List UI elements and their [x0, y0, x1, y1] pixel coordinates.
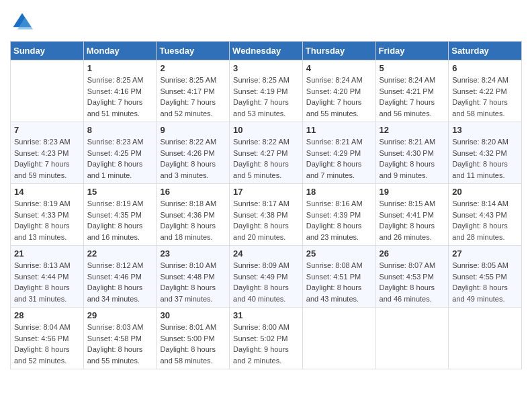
calendar-cell: 20Sunrise: 8:14 AM Sunset: 4:43 PM Dayli… — [449, 184, 522, 246]
day-number: 14 — [14, 187, 80, 197]
calendar-cell: 3Sunrise: 8:25 AM Sunset: 4:19 PM Daylig… — [230, 60, 303, 122]
day-info: Sunrise: 8:21 AM Sunset: 4:30 PM Dayligh… — [380, 136, 445, 181]
day-number: 21 — [14, 248, 80, 259]
calendar-week-row: 1Sunrise: 8:25 AM Sunset: 4:16 PM Daylig… — [11, 60, 522, 122]
day-number: 29 — [87, 310, 153, 320]
calendar-cell: 5Sunrise: 8:24 AM Sunset: 4:21 PM Daylig… — [375, 60, 449, 122]
day-info: Sunrise: 8:20 AM Sunset: 4:32 PM Dayligh… — [452, 136, 518, 181]
calendar-cell: 31Sunrise: 8:00 AM Sunset: 5:02 PM Dayli… — [230, 308, 303, 369]
calendar-cell: 29Sunrise: 8:03 AM Sunset: 4:58 PM Dayli… — [83, 308, 157, 369]
page-header — [10, 10, 522, 34]
day-number: 4 — [306, 63, 372, 73]
day-info: Sunrise: 8:21 AM Sunset: 4:29 PM Dayligh… — [306, 136, 372, 181]
day-info: Sunrise: 8:14 AM Sunset: 4:43 PM Dayligh… — [452, 198, 518, 242]
day-number: 23 — [160, 248, 226, 259]
day-number: 26 — [380, 248, 445, 259]
day-info: Sunrise: 8:09 AM Sunset: 4:49 PM Dayligh… — [233, 260, 299, 304]
day-number: 7 — [14, 125, 80, 135]
day-info: Sunrise: 8:25 AM Sunset: 4:17 PM Dayligh… — [160, 75, 226, 119]
day-number: 13 — [452, 125, 518, 135]
day-number: 10 — [233, 125, 299, 135]
day-info: Sunrise: 8:24 AM Sunset: 4:21 PM Dayligh… — [380, 75, 445, 119]
calendar-cell — [302, 308, 375, 369]
day-info: Sunrise: 8:22 AM Sunset: 4:27 PM Dayligh… — [233, 136, 299, 181]
day-number: 15 — [87, 187, 153, 197]
calendar-body: 1Sunrise: 8:25 AM Sunset: 4:16 PM Daylig… — [11, 60, 522, 369]
calendar-cell — [449, 308, 522, 369]
day-info: Sunrise: 8:19 AM Sunset: 4:35 PM Dayligh… — [87, 198, 153, 242]
day-of-week-header: Wednesday — [230, 42, 303, 60]
calendar-week-row: 21Sunrise: 8:13 AM Sunset: 4:44 PM Dayli… — [11, 246, 522, 308]
days-of-week-row: SundayMondayTuesdayWednesdayThursdayFrid… — [11, 42, 522, 60]
calendar-cell — [375, 308, 449, 369]
calendar-cell: 28Sunrise: 8:04 AM Sunset: 4:56 PM Dayli… — [11, 308, 84, 369]
day-info: Sunrise: 8:15 AM Sunset: 4:41 PM Dayligh… — [380, 198, 445, 242]
day-info: Sunrise: 8:18 AM Sunset: 4:36 PM Dayligh… — [160, 198, 226, 242]
calendar-cell: 30Sunrise: 8:01 AM Sunset: 5:00 PM Dayli… — [157, 308, 230, 369]
calendar-week-row: 7Sunrise: 8:23 AM Sunset: 4:23 PM Daylig… — [11, 122, 522, 184]
calendar-cell: 25Sunrise: 8:08 AM Sunset: 4:51 PM Dayli… — [302, 246, 375, 308]
day-info: Sunrise: 8:25 AM Sunset: 4:16 PM Dayligh… — [87, 75, 153, 119]
calendar-cell: 16Sunrise: 8:18 AM Sunset: 4:36 PM Dayli… — [157, 184, 230, 246]
day-info: Sunrise: 8:23 AM Sunset: 4:23 PM Dayligh… — [14, 136, 80, 181]
calendar-cell: 11Sunrise: 8:21 AM Sunset: 4:29 PM Dayli… — [302, 122, 375, 184]
calendar-cell: 24Sunrise: 8:09 AM Sunset: 4:49 PM Dayli… — [230, 246, 303, 308]
day-info: Sunrise: 8:16 AM Sunset: 4:39 PM Dayligh… — [306, 198, 372, 242]
calendar-cell: 7Sunrise: 8:23 AM Sunset: 4:23 PM Daylig… — [11, 122, 84, 184]
calendar-cell: 23Sunrise: 8:10 AM Sunset: 4:48 PM Dayli… — [157, 246, 230, 308]
day-number: 3 — [233, 63, 299, 73]
day-info: Sunrise: 8:10 AM Sunset: 4:48 PM Dayligh… — [160, 260, 226, 304]
day-number: 17 — [233, 187, 299, 197]
day-of-week-header: Thursday — [302, 42, 375, 60]
day-number: 27 — [452, 248, 518, 259]
day-number: 20 — [452, 187, 518, 197]
calendar-table: SundayMondayTuesdayWednesdayThursdayFrid… — [10, 41, 522, 369]
day-info: Sunrise: 8:00 AM Sunset: 5:02 PM Dayligh… — [233, 322, 299, 366]
day-number: 18 — [306, 187, 372, 197]
day-number: 6 — [452, 63, 518, 73]
day-of-week-header: Tuesday — [157, 42, 230, 60]
calendar-cell: 19Sunrise: 8:15 AM Sunset: 4:41 PM Dayli… — [375, 184, 449, 246]
day-info: Sunrise: 8:03 AM Sunset: 4:58 PM Dayligh… — [87, 322, 153, 366]
day-info: Sunrise: 8:24 AM Sunset: 4:20 PM Dayligh… — [306, 75, 372, 119]
calendar-cell: 27Sunrise: 8:05 AM Sunset: 4:55 PM Dayli… — [449, 246, 522, 308]
day-number: 31 — [233, 310, 299, 320]
day-number: 8 — [87, 125, 153, 135]
day-number: 2 — [160, 63, 226, 73]
day-number: 28 — [14, 310, 80, 320]
day-of-week-header: Monday — [83, 42, 157, 60]
day-info: Sunrise: 8:23 AM Sunset: 4:25 PM Dayligh… — [87, 136, 153, 181]
calendar-cell: 22Sunrise: 8:12 AM Sunset: 4:46 PM Dayli… — [83, 246, 157, 308]
calendar-cell: 26Sunrise: 8:07 AM Sunset: 4:53 PM Dayli… — [375, 246, 449, 308]
day-info: Sunrise: 8:13 AM Sunset: 4:44 PM Dayligh… — [14, 260, 80, 304]
day-of-week-header: Saturday — [449, 42, 522, 60]
day-of-week-header: Friday — [375, 42, 449, 60]
day-info: Sunrise: 8:01 AM Sunset: 5:00 PM Dayligh… — [160, 322, 226, 366]
day-info: Sunrise: 8:04 AM Sunset: 4:56 PM Dayligh… — [14, 322, 80, 366]
day-info: Sunrise: 8:22 AM Sunset: 4:26 PM Dayligh… — [160, 136, 226, 181]
day-number: 24 — [233, 248, 299, 259]
day-number: 19 — [380, 187, 445, 197]
day-info: Sunrise: 8:24 AM Sunset: 4:22 PM Dayligh… — [452, 75, 518, 119]
calendar-cell: 4Sunrise: 8:24 AM Sunset: 4:20 PM Daylig… — [302, 60, 375, 122]
calendar-cell — [11, 60, 84, 122]
day-number: 9 — [160, 125, 226, 135]
logo-icon — [10, 10, 34, 34]
day-number: 25 — [306, 248, 372, 259]
calendar-cell: 6Sunrise: 8:24 AM Sunset: 4:22 PM Daylig… — [449, 60, 522, 122]
calendar-cell: 18Sunrise: 8:16 AM Sunset: 4:39 PM Dayli… — [302, 184, 375, 246]
calendar-cell: 2Sunrise: 8:25 AM Sunset: 4:17 PM Daylig… — [157, 60, 230, 122]
day-info: Sunrise: 8:19 AM Sunset: 4:33 PM Dayligh… — [14, 198, 80, 242]
day-info: Sunrise: 8:25 AM Sunset: 4:19 PM Dayligh… — [233, 75, 299, 119]
day-number: 1 — [87, 63, 153, 73]
day-info: Sunrise: 8:17 AM Sunset: 4:38 PM Dayligh… — [233, 198, 299, 242]
day-info: Sunrise: 8:07 AM Sunset: 4:53 PM Dayligh… — [380, 260, 445, 304]
calendar-week-row: 28Sunrise: 8:04 AM Sunset: 4:56 PM Dayli… — [11, 308, 522, 369]
calendar-header: SundayMondayTuesdayWednesdayThursdayFrid… — [11, 42, 522, 60]
calendar-cell: 21Sunrise: 8:13 AM Sunset: 4:44 PM Dayli… — [11, 246, 84, 308]
day-of-week-header: Sunday — [11, 42, 84, 60]
day-info: Sunrise: 8:12 AM Sunset: 4:46 PM Dayligh… — [87, 260, 153, 304]
calendar-cell: 14Sunrise: 8:19 AM Sunset: 4:33 PM Dayli… — [11, 184, 84, 246]
day-info: Sunrise: 8:08 AM Sunset: 4:51 PM Dayligh… — [306, 260, 372, 304]
calendar-cell: 12Sunrise: 8:21 AM Sunset: 4:30 PM Dayli… — [375, 122, 449, 184]
